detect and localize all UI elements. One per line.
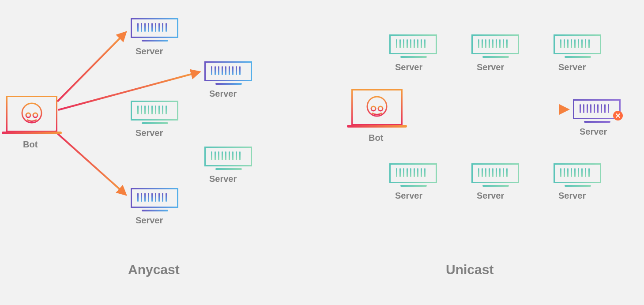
server-label: Server — [136, 46, 163, 56]
section-title: Anycast — [128, 262, 180, 277]
svg-point-10 — [371, 106, 376, 111]
robot-face-icon — [366, 95, 388, 119]
svg-point-11 — [378, 106, 383, 111]
error-icon — [613, 111, 623, 120]
server-label: Server — [580, 127, 607, 137]
svg-point-4 — [22, 103, 41, 123]
server-label: Server — [395, 191, 422, 201]
server-label: Server — [558, 62, 586, 72]
server-label: Server — [395, 62, 422, 72]
server-icon — [131, 188, 178, 208]
bot-icon — [6, 96, 57, 132]
server-icon — [131, 18, 178, 38]
diagram-stage: BotServerServerServerServerServerAnycast… — [0, 0, 644, 305]
svg-point-6 — [26, 113, 30, 117]
server-icon — [389, 34, 437, 54]
server-icon — [554, 34, 601, 54]
server-label: Server — [209, 174, 237, 184]
bot-icon — [351, 89, 403, 125]
server-label: Server — [558, 191, 586, 201]
server-label: Server — [477, 62, 504, 72]
svg-point-8 — [367, 97, 387, 116]
server-icon — [204, 61, 252, 81]
svg-line-0 — [57, 32, 126, 102]
svg-point-7 — [33, 113, 38, 117]
server-icon — [471, 163, 519, 183]
server-label: Server — [136, 128, 163, 138]
server-icon — [204, 147, 252, 166]
bot-label: Bot — [369, 133, 383, 143]
server-icon — [389, 163, 437, 183]
svg-line-2 — [55, 131, 126, 195]
server-label: Server — [209, 89, 237, 99]
server-icon — [554, 163, 601, 183]
server-label: Server — [136, 215, 163, 226]
server-icon — [471, 34, 519, 54]
server-label: Server — [477, 191, 504, 201]
bot-label: Bot — [23, 139, 38, 150]
arrow-layer — [0, 0, 644, 305]
server-icon — [131, 101, 178, 120]
svg-line-1 — [58, 72, 200, 110]
robot-face-icon — [21, 102, 43, 126]
section-title: Unicast — [446, 262, 493, 277]
